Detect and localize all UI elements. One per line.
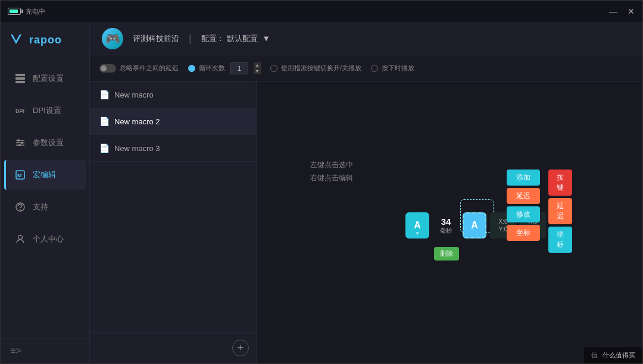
support-icon [14, 200, 27, 214]
title-bar: 充电中 — ✕ [1, 1, 642, 22]
file-icon-0: 📄 [99, 90, 110, 99]
key-type-button[interactable]: 按键 [548, 170, 572, 196]
right-panel: 🎮 评测科技前沿 | 配置： 默认配置 ▼ 忽略事件之间的延迟 [90, 22, 642, 363]
watermark-site: 什么值得买 [603, 351, 635, 360]
ignore-delay-option: 忽略事件之间的延迟 [99, 64, 179, 73]
press-play-label: 按下时播放 [382, 64, 414, 73]
coord-right-button[interactable]: 坐标 [507, 225, 540, 241]
ignore-delay-toggle[interactable] [99, 64, 116, 73]
seq-delay: 34 毫秒 [433, 212, 459, 239]
seq-delay-value: 34 [441, 216, 451, 227]
seq-key-2-label: A [471, 220, 478, 231]
add-macro-button[interactable]: + [232, 340, 249, 356]
context-popup: 添加 延迟 修改 坐标 [507, 170, 540, 241]
loop-count-option: 循环次数 1 ▲ ▼ [188, 62, 261, 74]
sidebar-item-dpi[interactable]: DPI DPI设置 [4, 96, 86, 125]
watermark: 值 什么值得买 [584, 347, 642, 363]
params-icon [14, 136, 27, 149]
logo-area: rapoo [1, 22, 89, 58]
ignore-delay-label: 忽略事件之间的延迟 [120, 64, 179, 73]
add-button[interactable]: 添加 [507, 170, 540, 186]
expand-button[interactable]: ≡> [10, 346, 21, 356]
seq-key-1-label: A [414, 220, 421, 231]
delete-button[interactable]: 删除 [434, 247, 459, 261]
nav-items: 配置设置 DPI DPI设置 [1, 58, 89, 338]
svg-point-10 [18, 144, 21, 146]
sidebar: rapoo 配置设置 DPI [1, 22, 90, 363]
avatar-emoji: 🎮 [105, 32, 120, 46]
seq-delay-unit: 毫秒 [440, 227, 452, 235]
svg-text:DPI: DPI [15, 108, 24, 114]
svg-point-9 [21, 142, 23, 144]
dropdown-arrow-icon: ▼ [263, 34, 270, 43]
sidebar-label-params: 参数设置 [33, 137, 64, 148]
options-bar: 忽略事件之间的延迟 循环次数 1 ▲ ▼ 使用指派按键切换开/关播放 [90, 55, 642, 81]
sidebar-item-support[interactable]: 支持 [4, 192, 86, 222]
avatar: 🎮 [102, 28, 123, 49]
svg-point-14 [20, 209, 21, 211]
config-prefix: 配置： [201, 33, 224, 44]
sidebar-label-macro: 宏编辑 [33, 170, 56, 180]
delay-right-button[interactable]: 延迟 [507, 188, 540, 204]
close-button[interactable]: ✕ [627, 7, 635, 15]
count-up-button[interactable]: ▲ [254, 62, 261, 68]
coord-type-button[interactable]: 坐标 [548, 227, 572, 253]
sidebar-item-params[interactable]: 参数设置 [4, 128, 86, 158]
sidebar-label-support: 支持 [33, 202, 48, 212]
macro-item-2[interactable]: 📄 New macro 3 [90, 135, 256, 162]
logo-text: rapoo [29, 34, 62, 46]
macro-item-1[interactable]: 📄 New macro 2 [90, 108, 256, 135]
macro-list: 📄 New macro 📄 New macro 2 📄 New macro 3 … [90, 81, 257, 363]
config-dropdown[interactable]: 配置： 默认配置 ▼ [201, 33, 270, 44]
title-bar-left: 充电中 [8, 7, 45, 16]
editor-area: 📄 New macro 📄 New macro 2 📄 New macro 3 … [90, 81, 642, 363]
win-controls: — ✕ [609, 7, 635, 15]
assign-key-radio[interactable] [270, 65, 277, 72]
svg-marker-0 [11, 34, 21, 44]
macro-name-0: New macro [114, 90, 154, 99]
seq-key-1[interactable]: A ▼ [405, 212, 429, 239]
count-spinners: ▲ ▼ [254, 62, 261, 74]
svg-rect-1 [15, 74, 25, 76]
modify-button[interactable]: 修改 [507, 206, 540, 222]
svg-rect-2 [15, 77, 25, 80]
loop-count-radio[interactable] [188, 65, 195, 72]
profile-icon [14, 233, 27, 246]
config-name: 默认配置 [227, 33, 258, 44]
sidebar-bottom: ≡> [1, 338, 89, 363]
sidebar-label-dpi: DPI设置 [33, 105, 61, 116]
dpi-icon: DPI [14, 104, 27, 117]
battery-icon [8, 8, 21, 15]
sidebar-label-config: 配置设置 [33, 73, 64, 84]
sidebar-item-config[interactable]: 配置设置 [4, 64, 86, 93]
delay-type-button[interactable]: 延迟 [548, 198, 572, 224]
seq-key-2[interactable]: A [463, 212, 486, 239]
loop-count-input[interactable]: 1 [230, 62, 248, 74]
sidebar-item-macro[interactable]: M 宏编辑 [4, 160, 86, 190]
main-content: rapoo 配置设置 DPI [1, 22, 642, 363]
sidebar-label-profile: 个人中心 [33, 234, 64, 244]
macro-item-0[interactable]: 📄 New macro [90, 81, 256, 108]
minimize-button[interactable]: — [609, 7, 617, 15]
header-bar: 🎮 评测科技前沿 | 配置： 默认配置 ▼ [90, 22, 642, 55]
config-icon [14, 72, 27, 85]
user-name: 评测科技前沿 [133, 33, 179, 44]
svg-point-15 [18, 236, 23, 240]
svg-rect-3 [15, 81, 25, 83]
assign-key-option: 使用指派按键切换开/关播放 [270, 64, 361, 73]
macro-name-1: New macro 2 [114, 117, 160, 126]
count-down-button[interactable]: ▼ [254, 68, 261, 74]
file-icon-2: 📄 [99, 143, 110, 153]
loop-count-label: 循环次数 [199, 64, 225, 73]
svg-text:M: M [17, 172, 22, 178]
watermark-text: 值 [591, 351, 598, 360]
type-buttons: 按键 延迟 坐标 [548, 170, 572, 253]
seq-key-1-arrow: ▼ [415, 231, 420, 236]
sidebar-item-profile[interactable]: 个人中心 [4, 224, 86, 254]
file-icon-1: 📄 [99, 117, 110, 126]
battery-label: 充电中 [26, 7, 45, 16]
assign-key-label: 使用指派按键切换开/关播放 [281, 64, 361, 73]
press-play-radio[interactable] [371, 65, 378, 72]
svg-point-8 [17, 139, 20, 142]
macro-editor[interactable]: 左键点击选中 右键点击编辑 添加 延迟 修改 坐标 按键 [257, 81, 642, 363]
